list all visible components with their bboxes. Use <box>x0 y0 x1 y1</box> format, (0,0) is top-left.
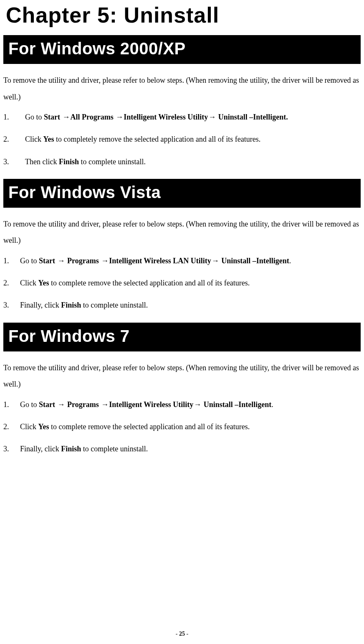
step-item: 1. Go to Start → Programs →Intelligent W… <box>3 400 361 410</box>
step-text: Finally, click Finish to complete uninst… <box>20 444 148 454</box>
step-number: 1. <box>3 112 25 122</box>
step-text: Finally, click Finish to complete uninst… <box>20 300 148 311</box>
arrow-icon: → <box>101 257 109 265</box>
step-item: 3. Finally, click Finish to complete uni… <box>3 444 361 454</box>
arrow-icon: → <box>62 113 71 121</box>
section-header-win7: For Windows 7 <box>3 323 361 351</box>
step-text: Go to Start → Programs →Intelligent Wire… <box>20 400 273 410</box>
arrow-icon: → <box>193 400 202 409</box>
chapter-title: Chapter 5: Uninstall <box>6 3 361 28</box>
step-number: 3. <box>3 300 20 311</box>
step-item: 2. Click Yes to complete remove the sele… <box>3 278 361 288</box>
steps-list-s3: 1. Go to Start → Programs →Intelligent W… <box>3 400 361 455</box>
intro-text-s1: To remove the utility and driver, please… <box>3 72 361 105</box>
page-footer: - 25 - <box>0 631 364 637</box>
section-header-winvista: For Windows Vista <box>3 179 361 208</box>
step-text: Click Yes to complete remove the selecte… <box>20 422 250 432</box>
arrow-icon: → <box>115 113 124 121</box>
step-number: 3. <box>3 444 20 454</box>
step-text: Click Yes to completely remove the selec… <box>25 134 260 145</box>
step-item: 2. Click Yes to completely remove the se… <box>3 134 361 145</box>
arrow-icon: → <box>57 400 66 409</box>
step-item: 3. Then click Finish to complete uninsta… <box>3 157 361 167</box>
step-item: 1. Go to Start → Programs →Intelligent W… <box>3 256 361 266</box>
step-item: 3. Finally, click Finish to complete uni… <box>3 300 361 311</box>
step-number: 3. <box>3 157 25 167</box>
intro-text-s3: To remove the utility and driver, please… <box>3 360 361 393</box>
step-number: 1. <box>3 256 20 266</box>
page-number: 25 <box>179 631 185 637</box>
section-header-win2000xp: For Windows 2000/XP <box>3 35 361 64</box>
intro-text-s2: To remove the utility and driver, please… <box>3 216 361 249</box>
step-number: 1. <box>3 400 20 410</box>
arrow-icon: → <box>208 113 216 121</box>
step-item: 1. Go to Start →All Programs →Intelligen… <box>3 112 361 122</box>
steps-list-s1: 1. Go to Start →All Programs →Intelligen… <box>3 112 361 167</box>
step-number: 2. <box>3 278 20 288</box>
step-text: Go to Start →All Programs →Intelligent W… <box>25 112 288 122</box>
arrow-icon: → <box>211 257 220 265</box>
steps-list-s2: 1. Go to Start → Programs →Intelligent W… <box>3 256 361 311</box>
step-text: Click Yes to complete remove the selecte… <box>20 278 250 288</box>
step-item: 2. Click Yes to complete remove the sele… <box>3 422 361 432</box>
step-text: Then click Finish to complete uninstall. <box>25 157 146 167</box>
step-number: 2. <box>3 422 20 432</box>
arrow-icon: → <box>57 257 66 265</box>
arrow-icon: → <box>101 400 109 409</box>
step-text: Go to Start → Programs →Intelligent Wire… <box>20 256 291 266</box>
step-number: 2. <box>3 134 25 145</box>
